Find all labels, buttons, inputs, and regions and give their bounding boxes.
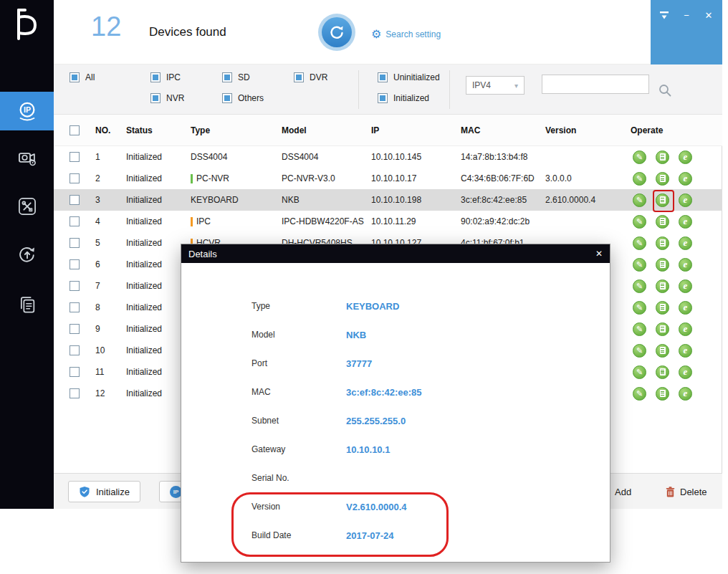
web-icon[interactable]: e [679, 344, 692, 358]
edit-icon[interactable]: ✎ [633, 344, 646, 358]
checkbox-all[interactable] [70, 72, 80, 82]
dialog-close-button[interactable]: ✕ [595, 249, 603, 259]
checkbox-ipc[interactable] [150, 72, 161, 82]
edit-icon[interactable]: ✎ [633, 193, 646, 207]
details-icon[interactable] [656, 150, 669, 164]
sidebar-item-device-config[interactable] [0, 138, 54, 177]
row-checkbox[interactable] [70, 238, 80, 248]
add-button[interactable]: Add [615, 481, 631, 502]
refresh-icon [322, 17, 352, 47]
edit-icon[interactable]: ✎ [633, 150, 646, 164]
web-icon[interactable]: e [679, 193, 692, 207]
filter-others[interactable]: Others [222, 93, 264, 103]
row-checkbox[interactable] [70, 302, 80, 312]
web-icon[interactable]: e [679, 365, 692, 379]
row-checkbox[interactable] [70, 173, 80, 183]
web-icon[interactable]: e [679, 236, 692, 250]
details-icon[interactable] [656, 322, 669, 336]
refresh-button[interactable] [318, 14, 355, 51]
row-checkbox[interactable] [70, 281, 80, 291]
checkbox-initialized[interactable] [378, 93, 388, 103]
filter-dvr[interactable]: DVR [294, 72, 327, 82]
checkbox-dvr[interactable] [294, 72, 304, 82]
edit-icon[interactable]: ✎ [633, 236, 646, 250]
close-button[interactable]: ✕ [702, 9, 715, 21]
dialog-header[interactable]: Details ✕ [181, 244, 610, 263]
select-all-checkbox[interactable] [70, 125, 80, 135]
sidebar-item-upgrade[interactable] [0, 235, 54, 274]
web-icon[interactable]: e [679, 215, 692, 229]
search-input[interactable] [542, 75, 649, 94]
row-checkbox[interactable] [70, 345, 80, 355]
checkbox-nvr[interactable] [150, 93, 161, 103]
sidebar-item-device-search[interactable]: IP [0, 92, 54, 130]
edit-icon[interactable]: ✎ [633, 258, 646, 272]
web-icon[interactable]: e [679, 301, 692, 315]
edit-icon[interactable]: ✎ [633, 172, 646, 186]
row-checkbox[interactable] [70, 388, 80, 398]
table-row[interactable]: 3InitializedKEYBOARDNKB10.10.10.1983c:ef… [54, 189, 722, 211]
details-icon[interactable] [656, 365, 669, 379]
filter-uninitialized[interactable]: Uninitialized [378, 72, 440, 82]
table-row[interactable]: 1InitializedDSS4004DSS400410.10.10.14514… [54, 146, 722, 168]
web-icon[interactable]: e [679, 387, 692, 401]
details-icon[interactable] [656, 193, 669, 207]
edit-icon[interactable]: ✎ [633, 322, 646, 336]
filter-initialized[interactable]: Initialized [378, 93, 429, 103]
web-icon[interactable]: e [679, 322, 692, 336]
row-checkbox[interactable] [70, 259, 80, 269]
magnifier-icon[interactable] [658, 83, 672, 100]
row-checkbox[interactable] [70, 195, 80, 205]
svg-text:IP: IP [23, 105, 30, 114]
details-icon[interactable] [656, 387, 669, 401]
edit-icon[interactable]: ✎ [633, 301, 646, 315]
upgrade-icon [17, 244, 37, 264]
minimize-button[interactable]: − [680, 9, 693, 21]
details-icon[interactable] [656, 301, 669, 315]
detail-field-value: KEYBOARD [346, 301, 399, 312]
row-checkbox[interactable] [70, 216, 80, 226]
edit-icon[interactable]: ✎ [633, 215, 646, 229]
detail-field-label: MAC [252, 387, 346, 397]
details-icon[interactable] [656, 215, 669, 229]
ip-version-value: IPV4 [472, 80, 491, 90]
web-icon[interactable]: e [679, 258, 692, 272]
checkbox-sd[interactable] [222, 72, 232, 82]
detail-field-label: Type [252, 301, 346, 311]
menu-icon[interactable] [658, 9, 671, 21]
filter-nvr[interactable]: NVR [150, 93, 184, 103]
search-setting-button[interactable]: ⚙ Search setting [371, 27, 441, 41]
cell-no: 4 [95, 216, 126, 226]
edit-icon[interactable]: ✎ [633, 279, 646, 293]
details-icon[interactable] [656, 279, 669, 293]
row-checkbox[interactable] [70, 367, 80, 377]
filter-sd[interactable]: SD [222, 72, 250, 82]
details-icon[interactable] [656, 258, 669, 272]
details-icon[interactable] [656, 344, 669, 358]
delete-button[interactable]: Delete [665, 481, 707, 502]
table-row[interactable]: 2InitializedPC-NVRPC-NVR-V3.010.10.10.17… [54, 168, 722, 189]
edit-icon[interactable]: ✎ [633, 365, 646, 379]
cell-no: 1 [95, 152, 126, 162]
ip-version-select[interactable]: IPV4 ▾ [466, 76, 525, 95]
web-icon[interactable]: e [679, 172, 692, 186]
edit-icon[interactable]: ✎ [633, 387, 646, 401]
sidebar-item-log[interactable] [0, 285, 54, 324]
filter-all[interactable]: All [70, 72, 95, 82]
filter-ipc[interactable]: IPC [150, 72, 181, 82]
details-icon[interactable] [656, 236, 669, 250]
row-checkbox[interactable] [70, 324, 80, 334]
detail-field: Port37777 [252, 356, 372, 370]
header-ip: IP [371, 125, 461, 135]
header-status: Status [126, 125, 191, 135]
checkbox-uninitialized[interactable] [378, 72, 388, 82]
web-icon[interactable]: e [679, 279, 692, 293]
checkbox-others[interactable] [222, 93, 232, 103]
sidebar-item-maintenance[interactable] [0, 187, 54, 226]
web-icon[interactable]: e [679, 150, 692, 164]
table-row[interactable]: 4InitializedIPCIPC-HDBW4220F-AS10.10.11.… [54, 211, 722, 232]
row-checkbox[interactable] [70, 152, 80, 162]
detail-field-value: 3c:ef:8c:42:ee:85 [346, 387, 422, 398]
details-icon[interactable] [656, 172, 669, 186]
initialize-button[interactable]: Initialize [68, 481, 140, 502]
